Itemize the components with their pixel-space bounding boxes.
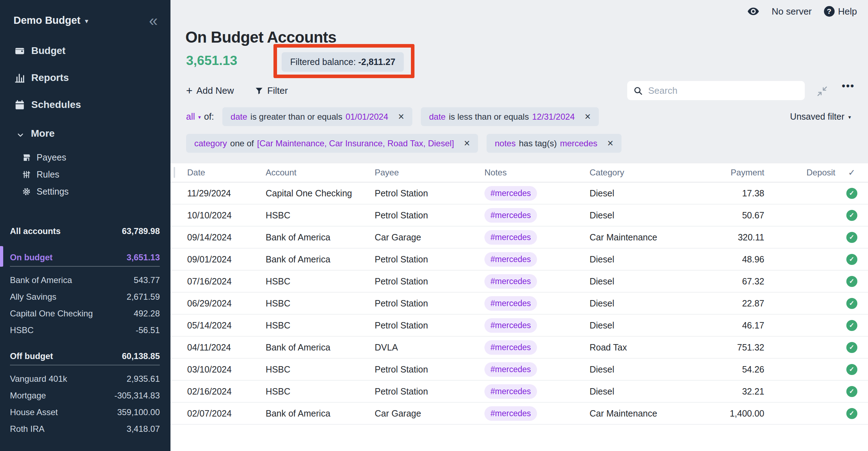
cleared-check-icon[interactable]: ✓: [846, 254, 857, 265]
cell-category[interactable]: Diesel: [590, 188, 696, 199]
cell-date[interactable]: 04/11/2024: [187, 342, 266, 353]
column-header-category[interactable]: Category: [590, 168, 696, 178]
filter-condition-chip[interactable]: date is greater than or equals 01/01/202…: [222, 107, 412, 126]
cell-notes[interactable]: #mercedes: [484, 384, 590, 399]
cell-payment[interactable]: 48.96: [696, 254, 764, 265]
sidebar-item-settings[interactable]: Settings: [0, 183, 170, 200]
table-row[interactable]: 03/10/2024 HSBC Petrol Station #mercedes…: [170, 359, 868, 381]
cleared-check-icon[interactable]: ✓: [846, 298, 857, 309]
sidebar-account-item[interactable]: Capital One Checking 492.28: [0, 305, 170, 322]
collapse-sidebar-icon[interactable]: «: [149, 14, 158, 27]
saved-filter-menu[interactable]: Unsaved filter ▾: [790, 112, 851, 122]
column-header-cleared[interactable]: ✓: [835, 168, 868, 178]
table-row[interactable]: 09/01/2024 Bank of America Petrol Statio…: [170, 249, 868, 271]
cell-account[interactable]: Bank of America: [266, 408, 375, 419]
account-group-header[interactable]: On budget 3,651.13: [10, 249, 160, 267]
cell-payee[interactable]: Petrol Station: [375, 298, 484, 309]
account-group-header[interactable]: Off budget 60,138.85: [10, 348, 160, 365]
cleared-check-icon[interactable]: ✓: [846, 364, 857, 375]
column-header-date[interactable]: Date: [187, 168, 266, 178]
cleared-check-icon[interactable]: ✓: [846, 232, 857, 243]
budget-file-menu[interactable]: Demo Budget ▾: [13, 15, 88, 26]
cleared-check-icon[interactable]: ✓: [846, 210, 857, 221]
table-row[interactable]: 02/16/2024 HSBC Petrol Station #mercedes…: [170, 381, 868, 403]
cell-account[interactable]: Bank of America: [266, 254, 375, 265]
filtered-balance-pill[interactable]: Filtered balance: -2,811.27: [282, 52, 404, 72]
cell-payment[interactable]: 751.32: [696, 342, 764, 353]
column-header-deposit[interactable]: Deposit: [764, 168, 835, 178]
sidebar-account-item[interactable]: Ally Savings 2,671.59: [0, 288, 170, 305]
remove-filter-icon[interactable]: ×: [464, 138, 470, 148]
sidebar-item-budget[interactable]: Budget: [0, 37, 170, 64]
cell-payment[interactable]: 54.26: [696, 364, 764, 375]
column-header-payment[interactable]: Payment: [696, 168, 764, 178]
cell-notes[interactable]: #mercedes: [484, 252, 590, 267]
cell-date[interactable]: 02/16/2024: [187, 386, 266, 397]
cell-payee[interactable]: Petrol Station: [375, 320, 484, 331]
cell-category[interactable]: Diesel: [590, 320, 696, 331]
filter-value[interactable]: [Car Maintenance, Car Insurance, Road Ta…: [257, 138, 454, 148]
cell-notes[interactable]: #mercedes: [484, 340, 590, 355]
cell-payment[interactable]: 320.11: [696, 232, 764, 243]
cell-date[interactable]: 03/10/2024: [187, 364, 266, 375]
cell-date[interactable]: 07/16/2024: [187, 276, 266, 287]
filter-field[interactable]: date: [429, 112, 446, 122]
cleared-check-icon[interactable]: ✓: [846, 408, 857, 419]
cell-payee[interactable]: Petrol Station: [375, 210, 484, 221]
cell-payment[interactable]: 22.87: [696, 298, 764, 309]
sidebar-account-item[interactable]: Vanguard 401k 2,935.61: [0, 370, 170, 387]
note-tag[interactable]: #mercedes: [484, 186, 537, 201]
cell-category[interactable]: Car Maintenance: [590, 232, 696, 243]
cell-category[interactable]: Road Tax: [590, 342, 696, 353]
filter-match-mode[interactable]: all ▾ of:: [186, 112, 214, 122]
cell-payee[interactable]: Petrol Station: [375, 386, 484, 397]
add-new-button[interactable]: + Add New: [186, 85, 234, 96]
sidebar-item-schedules[interactable]: Schedules: [0, 91, 170, 118]
note-tag[interactable]: #mercedes: [484, 208, 537, 223]
cell-payment[interactable]: 17.38: [696, 188, 764, 199]
cell-payee[interactable]: Car Garage: [375, 408, 484, 419]
cell-account[interactable]: HSBC: [266, 364, 375, 375]
cell-account[interactable]: HSBC: [266, 320, 375, 331]
cell-date[interactable]: 09/01/2024: [187, 254, 266, 265]
column-header-payee[interactable]: Payee: [375, 168, 484, 178]
cell-category[interactable]: Diesel: [590, 364, 696, 375]
column-header-account[interactable]: Account: [266, 168, 375, 178]
filter-condition-chip[interactable]: category one of [Car Maintenance, Car In…: [186, 134, 478, 153]
table-row[interactable]: 06/29/2024 HSBC Petrol Station #mercedes…: [170, 293, 868, 315]
cell-account[interactable]: HSBC: [266, 210, 375, 221]
cell-date[interactable]: 09/14/2024: [187, 232, 266, 243]
note-tag[interactable]: #mercedes: [484, 252, 537, 267]
sidebar-account-item[interactable]: Roth IRA 3,418.07: [0, 420, 170, 437]
filter-field[interactable]: date: [230, 112, 247, 122]
cell-payee[interactable]: Petrol Station: [375, 188, 484, 199]
filter-value[interactable]: 12/31/2024: [532, 112, 575, 122]
help-button[interactable]: ? Help: [824, 6, 857, 17]
sidebar-item-more[interactable]: More: [0, 121, 170, 146]
cell-category[interactable]: Diesel: [590, 276, 696, 287]
cell-payment[interactable]: 50.67: [696, 210, 764, 221]
cell-category[interactable]: Car Maintenance: [590, 408, 696, 419]
cell-notes[interactable]: #mercedes: [484, 274, 590, 289]
table-row[interactable]: 04/11/2024 Bank of America DVLA #mercede…: [170, 337, 868, 359]
table-row[interactable]: 09/14/2024 Bank of America Car Garage #m…: [170, 227, 868, 249]
cleared-check-icon[interactable]: ✓: [846, 320, 857, 331]
note-tag[interactable]: #mercedes: [484, 340, 537, 355]
cell-notes[interactable]: #mercedes: [484, 230, 590, 245]
cleared-check-icon[interactable]: ✓: [846, 342, 857, 353]
server-status[interactable]: No server: [772, 6, 812, 17]
cell-payee[interactable]: Petrol Station: [375, 364, 484, 375]
cell-payee[interactable]: Petrol Station: [375, 276, 484, 287]
note-tag[interactable]: #mercedes: [484, 406, 537, 421]
select-all-checkbox[interactable]: [174, 167, 175, 178]
sidebar-account-item[interactable]: HSBC -56.51: [0, 322, 170, 338]
more-options-icon[interactable]: •••: [842, 80, 855, 92]
cleared-check-icon[interactable]: ✓: [846, 276, 857, 287]
filter-condition-chip[interactable]: date is less than or equals 12/31/2024 ×: [421, 107, 599, 126]
cell-category[interactable]: Diesel: [590, 298, 696, 309]
sidebar-item-reports[interactable]: Reports: [0, 64, 170, 91]
sidebar-item-all-accounts[interactable]: All accounts 63,789.98: [0, 223, 170, 240]
cell-notes[interactable]: #mercedes: [484, 362, 590, 377]
cell-category[interactable]: Diesel: [590, 386, 696, 397]
cell-payment[interactable]: 1,400.00: [696, 408, 764, 419]
